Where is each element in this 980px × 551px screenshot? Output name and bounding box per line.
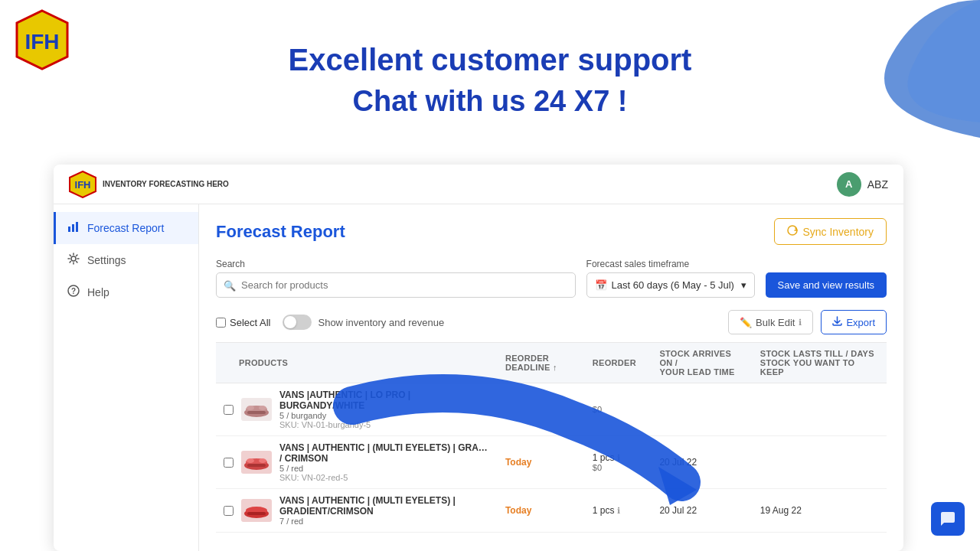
product-variant: 5 / burgandy [279,411,490,420]
product-table: PRODUCTS REORDERDEADLINE ↑ REORDER STOCK… [216,342,887,533]
stock-lasts-cell [753,436,887,489]
product-variant: 5 / red [279,464,490,473]
banner-title: Excellent customer support [289,43,692,77]
save-results-button[interactable]: Save and view results [766,272,887,298]
reorder-qty: 1 pcs ℹ [593,505,645,516]
stock-lasts-date: 19 Aug 22 [760,505,879,516]
table-row: VANS | AUTHENTIC | (MULTI EYELETS) | GRA… [216,489,887,533]
svg-point-8 [71,256,76,261]
search-input[interactable] [216,272,576,298]
select-all-label[interactable]: Select All [216,317,270,328]
reorder-qty: 1 pcs ℹ [593,452,645,463]
main-content: Forecast Report Sync Inventory Search [199,204,903,551]
select-all-text: Select All [230,317,270,328]
main-header: Forecast Report Sync Inventory [216,218,887,245]
toggle-wrap: Show inventory and revenue [283,315,444,330]
reorder-cell: 1 pcs ℹ [585,489,652,533]
svg-rect-5 [68,227,70,232]
sidebar-label-help: Help [87,286,109,298]
svg-text:?: ? [71,287,76,295]
table-header-row: PRODUCTS REORDERDEADLINE ↑ REORDER STOCK… [216,343,887,383]
blue-curve-decoration [827,0,980,153]
chevron-down-icon: ▾ [741,279,746,291]
col-reorder: REORDER [585,343,652,383]
sync-icon [787,225,798,238]
row-checkbox[interactable] [224,458,234,468]
row-checkbox[interactable] [224,405,234,415]
app-header-user: A ABZ [837,172,888,197]
forecast-icon [67,220,80,236]
product-image [241,499,272,522]
inventory-revenue-toggle[interactable] [283,315,312,330]
toggle-knob [284,316,296,328]
col-stock-lasts: STOCK LASTS TILL / DAYSSTOCK YOU WANT TO… [753,343,887,383]
svg-text:IFH: IFH [24,30,59,54]
product-variant: 7 / red [279,517,490,526]
timeframe-value: Last 60 days (6 May - 5 Jul) [612,279,734,291]
product-cell: VANS | AUTHENTIC | (MULTI EYELETS) | GRA… [216,489,498,533]
info-icon: ℹ [799,318,802,328]
app-header: IFH INVENTORY FORECASTING HERO A ABZ [54,165,903,204]
row-checkbox[interactable] [224,506,234,516]
stock-lasts-cell: 19 Aug 22 [753,489,887,533]
sort-icon[interactable]: ↑ [553,363,557,372]
reorder-cell: 1 pcs ℹ $0 [585,436,652,489]
bulk-edit-button[interactable]: ✏️ Bulk Edit ℹ [728,310,813,334]
svg-point-19 [259,458,266,463]
product-image [241,451,272,474]
settings-icon [67,253,80,268]
product-sku: SKU: VN-01-burgandy-5 [279,420,490,429]
product-info: VANS |AUTHENTIC | LO PRO | BURGANDY/WHIT… [224,390,490,429]
col-reorder-deadline: REORDERDEADLINE ↑ [498,343,585,383]
today-badge: Today [505,505,531,516]
help-icon: ? [67,285,80,300]
select-all-checkbox[interactable] [216,318,226,328]
svg-point-14 [259,406,266,410]
chat-button[interactable] [931,502,965,536]
banner-subtitle: Chat with us 24 X7 ! [353,85,628,118]
sidebar-item-help[interactable]: ? Help [54,276,198,308]
stock-arrives-cell [652,383,752,436]
stock-arrives-date: 20 Jul 22 [659,457,744,468]
calendar-icon: 📅 [595,279,607,291]
export-button[interactable]: Export [821,310,887,334]
sync-inventory-button[interactable]: Sync Inventory [774,218,887,245]
reorder-deadline-cell [498,383,585,436]
product-details: VANS | AUTHENTIC | (MULTI EYELETS) | GRA… [279,442,490,482]
timeframe-select[interactable]: 📅 Last 60 days (6 May - 5 Jul) ▾ [586,272,755,298]
toolbar-right: ✏️ Bulk Edit ℹ Export [728,310,887,334]
sidebar: Forecast Report Settings ? [54,204,199,551]
reorder-price: $0 [593,463,645,472]
product-name: VANS | AUTHENTIC | (MULTI EYELETS) | GRA… [279,495,490,517]
svg-rect-6 [72,224,74,232]
sidebar-item-forecast[interactable]: Forecast Report [54,212,198,244]
user-name: ABZ [867,178,888,191]
svg-rect-15 [247,411,266,414]
toolbar-left: Select All Show inventory and revenue [216,315,444,330]
reorder-deadline-cell: Today [498,489,585,533]
product-cell: VANS | AUTHENTIC | (MULTI EYELETS) | GRA… [216,436,498,489]
reorder-deadline-cell: Today [498,436,585,489]
app-logo-icon: IFH [69,171,96,198]
timeframe-label: Forecast sales timeframe [586,259,755,269]
sidebar-label-settings: Settings [87,254,126,266]
sidebar-item-settings[interactable]: Settings [54,244,198,276]
product-name: VANS |AUTHENTIC | LO PRO | BURGANDY/WHIT… [279,390,490,411]
search-icon: 🔍 [224,279,236,291]
export-icon [832,316,842,328]
svg-point-13 [247,406,254,410]
stock-arrives-date: 20 Jul 22 [659,505,744,516]
filter-row: Search 🔍 Forecast sales timeframe 📅 Last… [216,259,887,298]
search-group: Search 🔍 [216,259,576,298]
product-info: VANS | AUTHENTIC | (MULTI EYELETS) | GRA… [224,442,490,482]
svg-text:IFH: IFH [75,179,91,191]
search-input-wrap: 🔍 [216,272,576,298]
app-body: Forecast Report Settings ? [54,204,903,551]
stock-arrives-cell: 20 Jul 22 [652,436,752,489]
sync-button-label: Sync Inventory [802,226,874,238]
product-info: VANS | AUTHENTIC | (MULTI EYELETS) | GRA… [224,495,490,526]
col-stock-arrives: STOCK ARRIVES ON /YOUR LEAD TIME [652,343,752,383]
app-logo-text: INVENTORY FORECASTING HERO [103,179,229,189]
page-title: Forecast Report [216,222,345,242]
product-details: VANS | AUTHENTIC | (MULTI EYELETS) | GRA… [279,495,490,526]
